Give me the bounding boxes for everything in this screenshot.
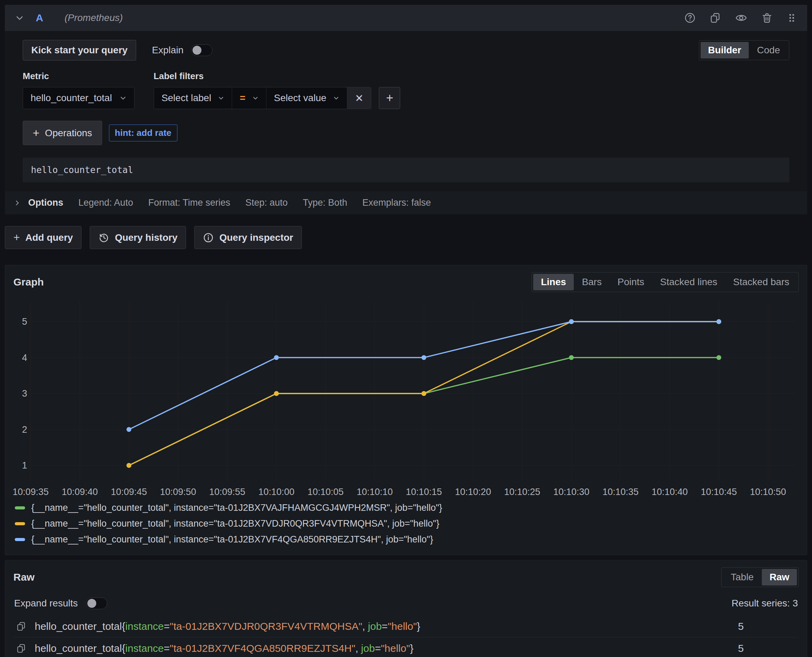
tab-bars[interactable]: Bars [574,274,610,290]
data-point [716,319,721,324]
raw-view-switcher: Table Raw [721,567,799,587]
operator-value: = [240,92,245,104]
help-icon[interactable] [684,12,696,24]
options-label: Options [28,198,63,208]
legend-swatch-icon [15,538,25,541]
options-toggle[interactable]: Options [14,198,63,208]
plus-icon: + [13,231,20,244]
explain-toggle[interactable] [191,44,213,56]
query-editor-card: A (Prometheus) Kick start your query [5,5,807,214]
raw-result-value: 5 [731,621,751,632]
legend-swatch-icon [15,506,25,509]
plus-icon: + [33,126,40,140]
x-tick-label: 10:09:45 [111,487,147,497]
tab-builder[interactable]: Builder [700,42,749,59]
select-label-dropdown[interactable]: Select label [154,87,232,109]
add-query-label: Add query [25,232,73,243]
legend-swatch-icon [15,522,25,525]
tab-code[interactable]: Code [750,42,787,59]
legend-item[interactable]: {__name__="hello_counter_total", instanc… [15,515,799,531]
select-label-placeholder: Select label [161,92,211,104]
raw-panel: Raw Table Raw Expand results Result seri… [5,560,807,657]
legend-item[interactable]: {__name__="hello_counter_total", instanc… [15,531,799,547]
metric-field: Metric hello_counter_total [23,71,134,109]
x-tick-label: 10:10:45 [700,487,737,497]
chevron-down-icon [333,95,339,101]
graph-panel: Graph Lines Bars Points Stacked lines St… [5,265,807,555]
drag-handle-icon[interactable] [787,13,797,23]
copy-icon[interactable] [16,643,26,654]
x-tick-label: 10:10:25 [504,487,540,497]
copy-icon[interactable] [16,621,26,632]
tab-stacked-bars[interactable]: Stacked bars [726,274,797,290]
operations-label: Operations [45,128,92,139]
raw-result-row: hello_counter_total{instance="ta-01J2BX7… [13,615,799,637]
query-ref-id: A [36,12,43,24]
x-tick-label: 10:09:40 [62,487,98,497]
chevron-down-icon[interactable] [15,13,24,22]
raw-expression: hello_counter_total{instance="ta-01J2BX7… [35,643,413,654]
graph-style-switcher: Lines Bars Points Stacked lines Stacked … [531,272,799,292]
editor-mode-switcher: Builder Code [699,40,789,60]
chevron-down-icon [120,95,127,101]
legend-item[interactable]: {__name__="hello_counter_total", instanc… [15,500,799,515]
query-history-button[interactable]: Query history [90,226,186,249]
chevron-down-icon [252,95,259,101]
x-tick-label: 10:10:35 [602,487,638,497]
expand-results-toggle[interactable] [86,598,107,609]
options-type: Type: Both [303,198,347,208]
info-icon [203,232,214,243]
data-point [569,319,574,324]
data-point [569,355,574,360]
tab-stacked-lines[interactable]: Stacked lines [652,274,725,290]
data-point [421,355,426,360]
tab-points[interactable]: Points [610,274,652,290]
chevron-right-icon [14,199,21,206]
operator-dropdown[interactable]: = [232,87,266,109]
x-tick-label: 10:10:05 [307,487,343,497]
chart-legend: {__name__="hello_counter_total", instanc… [15,500,799,547]
x-tick-label: 10:09:55 [209,487,245,497]
kick-start-query-button[interactable]: Kick start your query [23,40,136,61]
time-series-chart[interactable]: 10:09:3510:09:4010:09:4510:09:5010:09:55… [13,295,799,498]
history-icon [98,232,109,243]
result-series-count: Result series: 3 [731,598,798,609]
add-query-button[interactable]: + Add query [5,226,81,249]
data-point [127,463,131,468]
y-tick-label: 4 [22,353,27,363]
datasource-name: (Prometheus) [65,12,123,23]
eye-icon[interactable] [735,12,747,24]
x-tick-label: 10:10:15 [406,487,442,497]
tab-table[interactable]: Table [723,569,761,585]
explain-label: Explain [152,45,183,56]
raw-results-list: hello_counter_total{instance="ta-01J2BX7… [13,615,799,657]
chevron-down-icon [218,95,224,101]
expand-results-label: Expand results [14,598,78,609]
raw-result-row: hello_counter_total{instance="ta-01J2BX7… [13,637,799,657]
options-row: Options Legend: Auto Format: Time series… [5,191,807,214]
query-actions: + Add query Query history Query inspecto… [5,226,807,249]
metric-select-value: hello_counter_total [31,92,112,104]
hint-add-rate-button[interactable]: hint: add rate [109,125,177,142]
query-row-header: A (Prometheus) [5,5,807,31]
data-point [274,355,279,360]
data-point [127,427,131,432]
tab-lines[interactable]: Lines [533,274,573,290]
options-format: Format: Time series [148,198,230,208]
remove-filter-button[interactable]: ✕ [347,87,371,109]
duplicate-icon[interactable] [710,12,721,24]
add-filter-button[interactable]: + [379,87,400,109]
trash-icon[interactable] [761,12,773,24]
query-editor-body: Kick start your query Explain Builder Co… [5,31,807,214]
select-value-dropdown[interactable]: Select value [266,87,348,109]
x-tick-label: 10:10:10 [357,487,393,497]
raw-result-value: 5 [731,643,751,654]
x-tick-label: 10:10:20 [455,487,491,497]
metric-select[interactable]: hello_counter_total [23,87,134,109]
tab-raw[interactable]: Raw [762,569,797,585]
y-tick-label: 2 [22,425,27,435]
operations-button[interactable]: + Operations [23,121,102,145]
legend-label: {__name__="hello_counter_total", instanc… [31,503,442,513]
query-inspector-button[interactable]: Query inspector [194,226,302,249]
x-tick-label: 10:10:40 [652,487,688,497]
